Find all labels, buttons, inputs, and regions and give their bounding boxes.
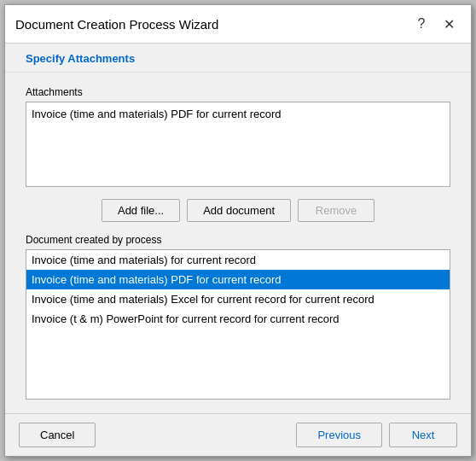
document-list-label: Document created by process	[26, 234, 450, 246]
cancel-button[interactable]: Cancel	[19, 423, 96, 447]
attachments-section: Attachments Invoice (time and materials)…	[26, 86, 450, 187]
dialog-window: Document Creation Process Wizard ? ✕ Spe…	[4, 4, 472, 457]
dialog-footer: Cancel Previous Next	[5, 413, 471, 456]
list-item-selected[interactable]: Invoice (time and materials) PDF for cur…	[26, 270, 450, 289]
title-bar-right: ? ✕	[409, 12, 461, 36]
previous-button[interactable]: Previous	[296, 423, 382, 447]
list-item[interactable]: Invoice (time and materials) for current…	[26, 250, 450, 270]
attachment-button-row: Add file... Add document Remove	[26, 195, 450, 225]
title-bar: Document Creation Process Wizard ? ✕	[5, 5, 471, 44]
dialog-title: Document Creation Process Wizard	[15, 17, 218, 32]
footer-right: Previous Next	[296, 423, 457, 447]
attachments-box[interactable]: Invoice (time and materials) PDF for cur…	[26, 102, 450, 187]
subtitle-bar: Specify Attachments	[5, 44, 471, 73]
document-section: Document created by process Invoice (tim…	[26, 234, 450, 400]
add-file-button[interactable]: Add file...	[102, 199, 180, 222]
close-button[interactable]: ✕	[437, 12, 461, 36]
attachments-label: Attachments	[26, 86, 450, 98]
subtitle-text: Specify Attachments	[26, 52, 135, 65]
document-list-box[interactable]: Invoice (time and materials) for current…	[26, 249, 450, 400]
title-bar-left: Document Creation Process Wizard	[15, 17, 218, 32]
help-button[interactable]: ?	[409, 12, 433, 36]
footer-left: Cancel	[19, 423, 96, 447]
list-item[interactable]: Invoice (t & m) PowerPoint for current r…	[26, 309, 450, 329]
dialog-body: Attachments Invoice (time and materials)…	[5, 73, 471, 413]
attachment-item: Invoice (time and materials) PDF for cur…	[32, 106, 444, 122]
list-item[interactable]: Invoice (time and materials) Excel for c…	[26, 289, 450, 309]
add-document-button[interactable]: Add document	[187, 199, 291, 222]
remove-button[interactable]: Remove	[298, 199, 374, 222]
next-button[interactable]: Next	[389, 423, 457, 447]
